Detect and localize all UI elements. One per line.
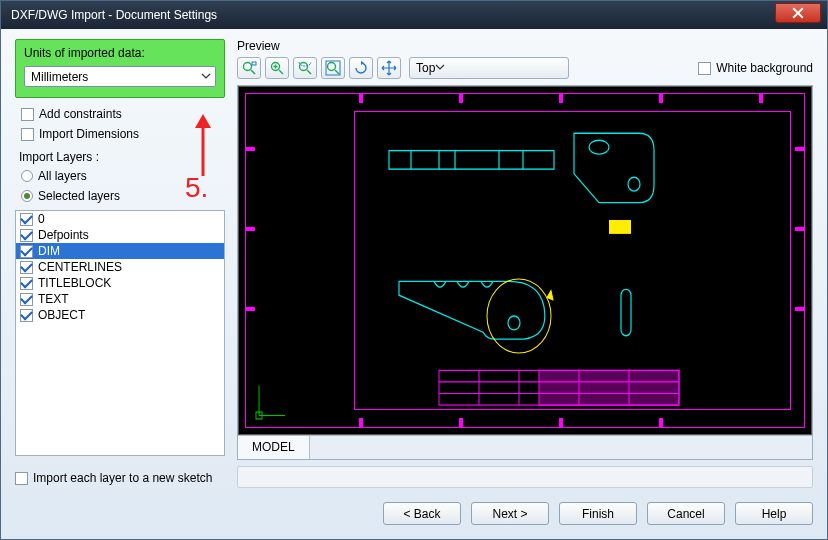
import-dimensions-label: Import Dimensions — [39, 127, 139, 141]
status-bar — [237, 466, 813, 488]
import-each-layer-checkbox[interactable] — [15, 472, 28, 485]
white-background-row[interactable]: White background — [698, 61, 813, 75]
zoom-out-button[interactable] — [293, 57, 317, 79]
zoom-window-icon — [241, 60, 257, 76]
list-item[interactable]: CENTERLINES — [16, 259, 224, 275]
import-dimensions-checkbox[interactable] — [21, 128, 34, 141]
svg-point-0 — [244, 63, 252, 71]
add-constraints-checkbox[interactable] — [21, 108, 34, 121]
layer-checkbox[interactable] — [20, 309, 33, 322]
svg-point-13 — [589, 140, 609, 154]
pan-button[interactable] — [377, 57, 401, 79]
import-layers-label: Import Layers : — [19, 150, 225, 164]
view-combo-value: Top — [416, 61, 435, 75]
cad-drawing — [239, 87, 811, 434]
dialog-buttons: < Back Next > Finish Cancel Help — [15, 502, 813, 525]
layer-list[interactable]: 0 Defpoints DIM CENTERLINES TITLEBLOCK T… — [15, 210, 225, 456]
rotate-view-button[interactable] — [349, 57, 373, 79]
zoom-fit-icon — [325, 60, 341, 76]
svg-rect-14 — [609, 220, 631, 234]
close-button[interactable] — [775, 3, 821, 23]
all-layers-row[interactable]: All layers — [21, 169, 225, 183]
chevron-down-icon — [435, 61, 445, 75]
units-label: Units of imported data: — [24, 46, 216, 60]
layer-name: CENTERLINES — [38, 260, 122, 274]
next-button[interactable]: Next > — [471, 502, 549, 525]
zoom-window-button[interactable] — [237, 57, 261, 79]
import-dimensions-row[interactable]: Import Dimensions — [21, 127, 225, 141]
units-combo-value: Millimeters — [31, 70, 88, 84]
layer-checkbox[interactable] — [20, 245, 33, 258]
import-each-layer-row[interactable]: Import each layer to a new sketch — [15, 471, 225, 485]
white-background-label: White background — [716, 61, 813, 75]
import-each-layer-label: Import each layer to a new sketch — [33, 471, 212, 485]
view-combo[interactable]: Top — [409, 57, 569, 79]
units-combo[interactable]: Millimeters — [24, 66, 216, 87]
all-layers-radio[interactable] — [21, 170, 33, 182]
layer-name: Defpoints — [38, 228, 89, 242]
preview-tabs: MODEL — [238, 435, 812, 459]
back-button[interactable]: < Back — [383, 502, 461, 525]
preview-label: Preview — [237, 39, 813, 53]
layer-name: TITLEBLOCK — [38, 276, 111, 290]
finish-button[interactable]: Finish — [559, 502, 637, 525]
layer-checkbox[interactable] — [20, 229, 33, 242]
layer-checkbox[interactable] — [20, 293, 33, 306]
pan-icon — [381, 60, 397, 76]
preview-toolbar: Top White background — [237, 57, 813, 79]
tab-model[interactable]: MODEL — [238, 436, 310, 459]
cancel-button[interactable]: Cancel — [647, 502, 725, 525]
zoom-in-icon — [269, 60, 285, 76]
svg-rect-22 — [539, 370, 679, 405]
white-background-checkbox[interactable] — [698, 62, 711, 75]
cad-viewport[interactable] — [238, 86, 812, 435]
window-title: DXF/DWG Import - Document Settings — [11, 8, 775, 22]
help-button[interactable]: Help — [735, 502, 813, 525]
rotate-icon — [353, 60, 369, 76]
titlebar: DXF/DWG Import - Document Settings — [1, 1, 827, 29]
preview-frame: MODEL — [237, 85, 813, 460]
list-item[interactable]: OBJECT — [16, 307, 224, 323]
list-item[interactable]: DIM — [16, 243, 224, 259]
layer-name: 0 — [38, 212, 45, 226]
zoom-out-icon — [297, 60, 313, 76]
chevron-down-icon — [201, 70, 211, 84]
settings-panel: Units of imported data: Millimeters Add … — [15, 39, 225, 488]
selected-layers-row[interactable]: Selected layers — [21, 189, 225, 203]
units-group: Units of imported data: Millimeters — [15, 39, 225, 98]
svg-rect-1 — [252, 62, 256, 65]
layer-name: OBJECT — [38, 308, 85, 322]
list-item[interactable]: 0 — [16, 211, 224, 227]
svg-point-15 — [508, 316, 520, 330]
layer-checkbox[interactable] — [20, 261, 33, 274]
dialog-window: DXF/DWG Import - Document Settings Units… — [0, 0, 828, 540]
svg-point-16 — [487, 279, 551, 353]
zoom-fit-button[interactable] — [321, 57, 345, 79]
zoom-in-button[interactable] — [265, 57, 289, 79]
all-layers-label: All layers — [38, 169, 87, 183]
svg-rect-17 — [621, 289, 631, 335]
preview-panel: Preview Top White background — [237, 39, 813, 488]
svg-point-12 — [628, 177, 640, 191]
svg-point-3 — [300, 63, 308, 71]
add-constraints-row[interactable]: Add constraints — [21, 107, 225, 121]
list-item[interactable]: Defpoints — [16, 227, 224, 243]
add-constraints-label: Add constraints — [39, 107, 122, 121]
main-columns: Units of imported data: Millimeters Add … — [15, 39, 813, 488]
selected-layers-label: Selected layers — [38, 189, 120, 203]
layer-name: DIM — [38, 244, 60, 258]
layer-checkbox[interactable] — [20, 213, 33, 226]
layer-name: TEXT — [38, 292, 69, 306]
svg-rect-6 — [389, 151, 554, 170]
list-item[interactable]: TEXT — [16, 291, 224, 307]
svg-point-4 — [328, 63, 336, 71]
selected-layers-radio[interactable] — [21, 190, 33, 202]
client-area: Units of imported data: Millimeters Add … — [1, 29, 827, 539]
close-icon — [792, 7, 804, 19]
layer-checkbox[interactable] — [20, 277, 33, 290]
list-item[interactable]: TITLEBLOCK — [16, 275, 224, 291]
